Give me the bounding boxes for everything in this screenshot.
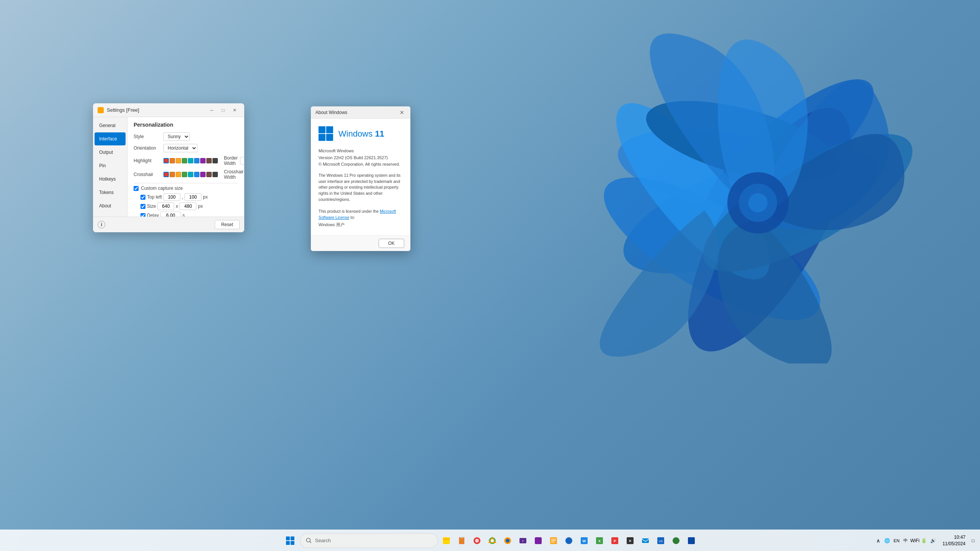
taskbar-firefox-icon[interactable] <box>501 534 514 548</box>
orientation-select[interactable]: Horizontal Vertical <box>163 144 198 152</box>
tray-volume-icon[interactable]: 🔊 <box>929 537 937 544</box>
svg-text:P: P <box>614 539 616 543</box>
taskbar-green-app-icon[interactable] <box>669 534 683 548</box>
crosshair-swatch-purple[interactable] <box>200 172 206 177</box>
highlight-color-swatches <box>163 158 218 163</box>
crosshair-label: Crosshair <box>134 172 160 177</box>
version-label: Version 22H2 (OS Build 22621.3527) <box>318 155 403 161</box>
crosshair-swatch-orange[interactable] <box>170 172 175 177</box>
top-left-x-input[interactable] <box>163 193 180 201</box>
custom-capture-checkbox-row[interactable]: Custom capture size <box>134 186 238 191</box>
top-left-checkbox[interactable] <box>140 195 145 200</box>
taskbar-notes-icon[interactable] <box>547 534 560 548</box>
delay-input[interactable] <box>160 212 181 217</box>
crosshair-swatch-red[interactable] <box>163 172 169 177</box>
svg-rect-18 <box>443 537 450 544</box>
svg-rect-30 <box>535 537 542 544</box>
about-title-text: About Windows <box>315 110 347 115</box>
sidebar-item-general[interactable]: General <box>95 119 126 132</box>
delay-checkbox[interactable] <box>140 213 145 217</box>
crosshair-swatch-black[interactable] <box>212 172 218 177</box>
highlight-label: Highlight <box>134 158 160 163</box>
highlight-swatch-blue[interactable] <box>194 158 199 163</box>
highlight-swatch-cyan[interactable] <box>188 158 193 163</box>
svg-rect-20 <box>459 537 464 544</box>
taskbar-word-icon[interactable]: W <box>577 534 591 548</box>
taskbar-powerpoint-icon[interactable]: P <box>608 534 622 548</box>
crosshair-swatch-cyan[interactable] <box>188 172 193 177</box>
top-left-y-input[interactable] <box>185 193 201 201</box>
tray-network-icon[interactable]: 🌐 <box>884 537 891 544</box>
sidebar-item-hotkeys[interactable]: Hotkeys <box>95 173 126 186</box>
settings-content: Personalization Style Sunny Dark Orienta… <box>127 117 244 217</box>
svg-text:✕: ✕ <box>629 539 632 543</box>
sidebar-item-tokens[interactable]: Tokens <box>95 186 126 199</box>
svg-point-47 <box>673 537 679 544</box>
highlight-swatch-brown[interactable] <box>206 158 212 163</box>
custom-capture-checkbox[interactable] <box>134 186 139 191</box>
taskbar-files-icon[interactable] <box>439 534 453 548</box>
about-close-button[interactable]: ✕ <box>398 109 406 116</box>
style-row: Style Sunny Dark <box>134 132 238 141</box>
sidebar-item-pin[interactable]: Pin <box>95 159 126 172</box>
info-icon[interactable]: ℹ <box>98 221 105 228</box>
start-button[interactable] <box>282 532 299 549</box>
taskbar-browser-red-icon[interactable] <box>470 534 484 548</box>
taskbar-mail-icon[interactable] <box>639 534 652 548</box>
section-title: Personalization <box>134 122 238 128</box>
highlight-swatch-orange[interactable] <box>170 158 175 163</box>
taskbar-chrome-icon[interactable] <box>485 534 499 548</box>
minimize-button[interactable]: ─ <box>207 106 217 114</box>
highlight-swatch-purple[interactable] <box>200 158 206 163</box>
taskbar-teams-icon[interactable]: T <box>516 534 530 548</box>
highlight-swatch-green[interactable] <box>182 158 187 163</box>
size-w-input[interactable] <box>157 202 174 210</box>
orientation-label: Orientation <box>134 145 160 151</box>
crosshair-swatch-brown[interactable] <box>206 172 212 177</box>
sidebar-item-interface[interactable]: Interface <box>95 132 126 145</box>
win11-title-text: Windows 11 <box>338 129 384 139</box>
taskbar-x-app-icon[interactable]: ✕ <box>623 534 637 548</box>
size-h-input[interactable] <box>180 202 196 210</box>
tray-chevron-icon[interactable]: ∧ <box>874 537 882 544</box>
sidebar-item-output[interactable]: Output <box>95 146 126 159</box>
tray-ime-icon[interactable]: 中 <box>902 537 910 544</box>
maximize-button[interactable]: □ <box>218 106 228 114</box>
taskbar-clipboard-icon[interactable] <box>455 534 469 548</box>
custom-capture-section: Custom capture size Top left , px <box>134 186 238 217</box>
tray-battery-icon[interactable]: 🔋 <box>920 537 928 544</box>
highlight-swatch-black[interactable] <box>212 158 218 163</box>
about-ms-info: Microsoft Windows Version 22H2 (OS Build… <box>318 148 403 168</box>
taskbar-vscode-icon[interactable]: VS <box>654 534 668 548</box>
crosshair-swatch-green[interactable] <box>182 172 187 177</box>
taskbar-search[interactable]: Search <box>300 533 438 548</box>
crosshair-row: Crosshair Crosshair Width <box>134 169 238 180</box>
style-select[interactable]: Sunny Dark <box>163 132 190 141</box>
sidebar-item-about[interactable]: About <box>95 199 126 212</box>
reset-button[interactable]: Reset <box>215 220 240 229</box>
system-clock[interactable]: 10:47 11/05/2024 <box>939 534 969 547</box>
highlight-swatch-red[interactable] <box>163 158 169 163</box>
settings-app-icon <box>98 107 104 113</box>
taskbar-center: Search T <box>282 532 698 549</box>
taskbar-blue-app-icon[interactable] <box>684 534 698 548</box>
taskbar-excel-icon[interactable]: X <box>593 534 606 548</box>
border-width-input[interactable] <box>240 157 244 165</box>
crosshair-width-label: Crosshair Width <box>224 169 243 180</box>
settings-sidebar: General Interface Output Pin Hotkeys Tok… <box>93 117 127 217</box>
taskbar-purple-app-icon[interactable] <box>531 534 545 548</box>
highlight-swatch-yellow[interactable] <box>176 158 181 163</box>
taskbar-settings-icon[interactable] <box>562 534 576 548</box>
crosshair-swatch-yellow[interactable] <box>176 172 181 177</box>
desktop-wallpaper <box>521 19 942 364</box>
taskbar: Search T <box>0 530 980 551</box>
notification-icon[interactable]: □ <box>969 537 977 544</box>
about-footer: OK <box>311 235 410 251</box>
crosshair-swatch-blue[interactable] <box>194 172 199 177</box>
size-checkbox[interactable] <box>140 204 145 209</box>
ok-button[interactable]: OK <box>379 239 404 248</box>
tray-keyboard-icon[interactable]: EN <box>893 537 900 544</box>
tray-wifi-icon[interactable]: WiFi <box>911 537 919 544</box>
svg-line-17 <box>310 541 311 543</box>
close-button[interactable]: ✕ <box>230 106 240 114</box>
